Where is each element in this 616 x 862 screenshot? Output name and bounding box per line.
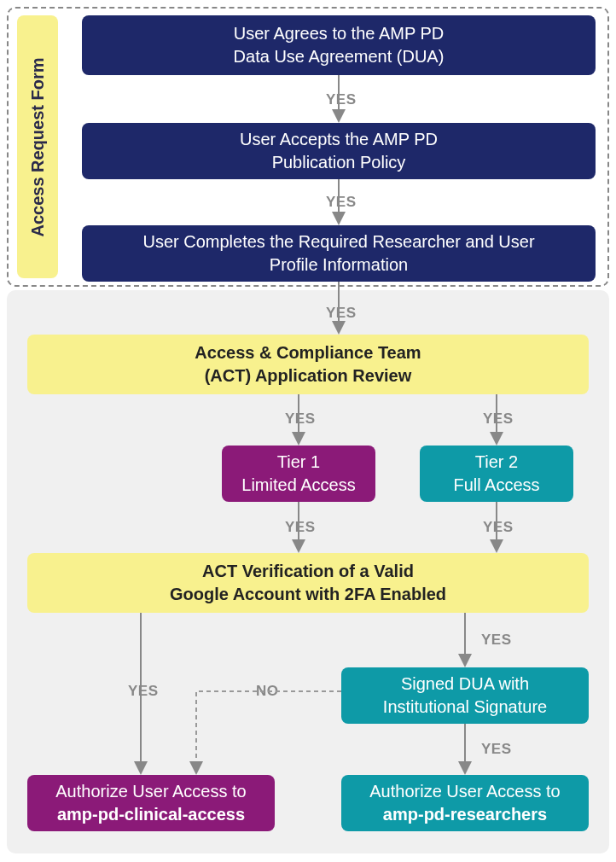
authorize-clinical-access: Authorize User Access to amp-pd-clinical… <box>27 775 275 831</box>
edge-label-yes: YES <box>128 683 159 700</box>
authorize-researchers: Authorize User Access to amp-pd-research… <box>341 775 589 831</box>
text-line: ACT Verification of a Valid <box>202 560 414 583</box>
text-line: Tier 1 <box>277 451 320 474</box>
text-line: Authorize User Access to <box>369 780 560 803</box>
text-line: Google Account with 2FA Enabled <box>170 583 446 606</box>
text-line: Profile Information <box>270 253 408 277</box>
text-line: amp-pd-researchers <box>383 803 547 826</box>
text-line: Tier 2 <box>475 451 518 474</box>
edge-label-yes: YES <box>481 741 512 758</box>
text-line: User Completes the Required Researcher a… <box>142 230 534 253</box>
edge-label-yes: YES <box>285 519 316 536</box>
text-line: Authorize User Access to <box>55 780 246 803</box>
edge-label-yes: YES <box>483 519 514 536</box>
text-line: Institutional Signature <box>383 696 547 719</box>
text-line: Signed DUA with <box>401 673 529 696</box>
text-line: amp-pd-clinical-access <box>57 803 245 826</box>
edge-label-no: NO <box>256 683 279 700</box>
edge-label-yes: YES <box>326 305 357 322</box>
edge-label-yes: YES <box>481 632 512 649</box>
step-profile-info: User Completes the Required Researcher a… <box>82 225 596 282</box>
tier2-full-access: Tier 2 Full Access <box>420 446 573 502</box>
edge-label-yes: YES <box>285 411 316 428</box>
step-dua-agree: User Agrees to the AMP PD Data Use Agree… <box>82 15 596 75</box>
side-label-text: Access Request Form <box>28 57 48 236</box>
edge-label-yes: YES <box>326 194 357 211</box>
act-2fa-verification: ACT Verification of a Valid Google Accou… <box>27 553 589 613</box>
text-line: User Accepts the AMP PD <box>240 128 438 151</box>
step-publication-policy: User Accepts the AMP PD Publication Poli… <box>82 123 596 179</box>
edge-label-yes: YES <box>326 91 357 108</box>
text-line: Data Use Agreement (DUA) <box>234 45 445 68</box>
edge-label-yes: YES <box>483 411 514 428</box>
text-line: Access & Compliance Team <box>195 341 421 364</box>
text-line: Limited Access <box>241 474 355 497</box>
tier1-limited-access: Tier 1 Limited Access <box>222 446 375 502</box>
signed-dua-institutional: Signed DUA with Institutional Signature <box>341 667 589 724</box>
text-line: User Agrees to the AMP PD <box>234 22 444 45</box>
text-line: (ACT) Application Review <box>205 364 412 387</box>
access-request-form-label: Access Request Form <box>17 15 58 278</box>
text-line: Full Access <box>453 474 539 497</box>
act-application-review: Access & Compliance Team (ACT) Applicati… <box>27 335 589 394</box>
text-line: Publication Policy <box>272 151 406 174</box>
